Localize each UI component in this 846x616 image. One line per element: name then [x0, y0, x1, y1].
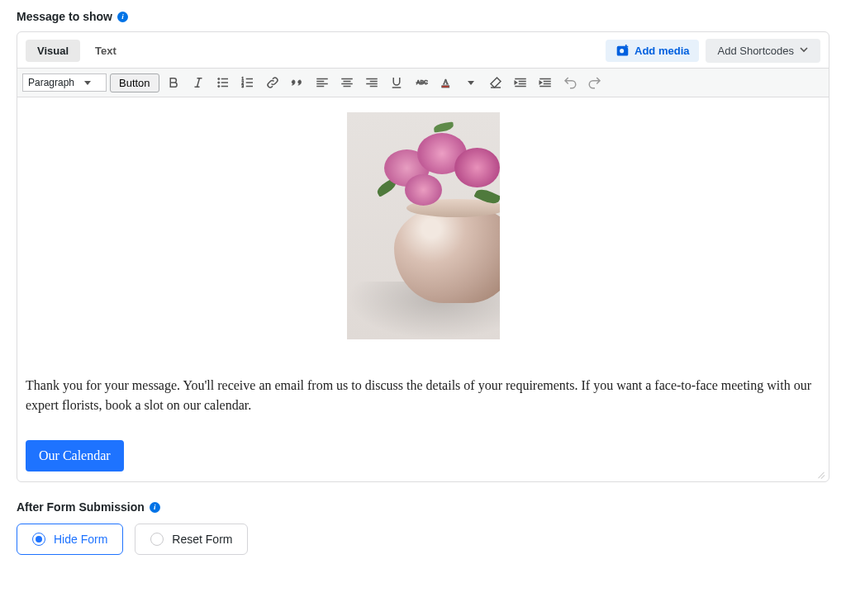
tab-text[interactable]: Text	[83, 40, 128, 62]
redo-icon[interactable]	[584, 72, 606, 93]
svg-text:A: A	[443, 78, 449, 86]
option-hide-form[interactable]: Hide Form	[17, 524, 123, 555]
radio-dot-icon	[150, 533, 164, 546]
clear-format-icon[interactable]	[485, 72, 506, 93]
paragraph-format-select[interactable]: Paragraph	[22, 73, 107, 92]
align-right-icon[interactable]	[361, 72, 383, 93]
numbered-list-icon[interactable]: 123	[237, 72, 259, 93]
info-icon[interactable]: i	[117, 12, 128, 22]
bullet-list-icon[interactable]	[212, 72, 234, 93]
editor-top-bar: Visual Text Add media Add Shortcodes	[17, 32, 829, 68]
svg-point-2	[217, 85, 219, 87]
editor-image-wrap	[26, 112, 820, 343]
strikethrough-icon[interactable]: ABC	[411, 72, 432, 93]
svg-point-0	[217, 78, 219, 79]
add-media-button[interactable]: Add media	[606, 40, 699, 62]
editor-container: Visual Text Add media Add Shortcodes Par…	[17, 31, 829, 482]
option-reset-form[interactable]: Reset Form	[135, 524, 248, 555]
outdent-icon[interactable]	[510, 72, 531, 93]
message-to-show-heading: Message to show i	[17, 10, 829, 23]
editor-image[interactable]	[347, 112, 500, 339]
editor-toolbar: Paragraph Button 123 ABC A	[17, 68, 829, 97]
our-calendar-button[interactable]: Our Calendar	[26, 440, 124, 471]
add-shortcodes-button[interactable]: Add Shortcodes	[706, 39, 820, 63]
option-hide-label: Hide Form	[54, 533, 107, 546]
after-submission-label: After Form Submission	[17, 500, 145, 514]
editor-content-area[interactable]: Thank you for your message. You'll recei…	[17, 97, 829, 481]
italic-icon[interactable]	[188, 72, 209, 93]
blockquote-icon[interactable]	[287, 72, 308, 93]
after-submission-heading: After Form Submission i	[17, 500, 829, 514]
text-color-dropdown-icon[interactable]	[460, 72, 482, 93]
message-to-show-label: Message to show	[17, 10, 112, 23]
radio-dot-icon	[32, 533, 45, 546]
bold-icon[interactable]	[163, 72, 184, 93]
add-media-label: Add media	[634, 45, 689, 57]
text-color-icon[interactable]: A	[435, 72, 457, 93]
underline-icon[interactable]	[386, 72, 407, 93]
editor-paragraph[interactable]: Thank you for your message. You'll recei…	[26, 376, 820, 415]
info-icon[interactable]: i	[150, 502, 160, 513]
indent-icon[interactable]	[535, 72, 556, 93]
option-reset-label: Reset Form	[172, 533, 232, 546]
resize-handle-icon[interactable]	[815, 468, 825, 478]
add-media-icon	[615, 45, 630, 57]
submission-options: Hide Form Reset Form	[17, 524, 829, 555]
insert-button[interactable]: Button	[110, 73, 159, 92]
link-icon[interactable]	[262, 72, 283, 93]
chevron-down-icon	[799, 45, 809, 57]
align-center-icon[interactable]	[336, 72, 358, 93]
paragraph-format-label: Paragraph	[28, 77, 74, 88]
svg-rect-8	[441, 86, 449, 88]
svg-point-1	[217, 82, 219, 83]
tab-visual[interactable]: Visual	[26, 40, 80, 62]
editor-tabs: Visual Text	[26, 40, 128, 62]
caret-down-icon	[84, 81, 91, 85]
svg-text:3: 3	[241, 84, 244, 88]
align-left-icon[interactable]	[311, 72, 333, 93]
undo-icon[interactable]	[559, 72, 581, 93]
add-shortcodes-label: Add Shortcodes	[717, 45, 794, 57]
